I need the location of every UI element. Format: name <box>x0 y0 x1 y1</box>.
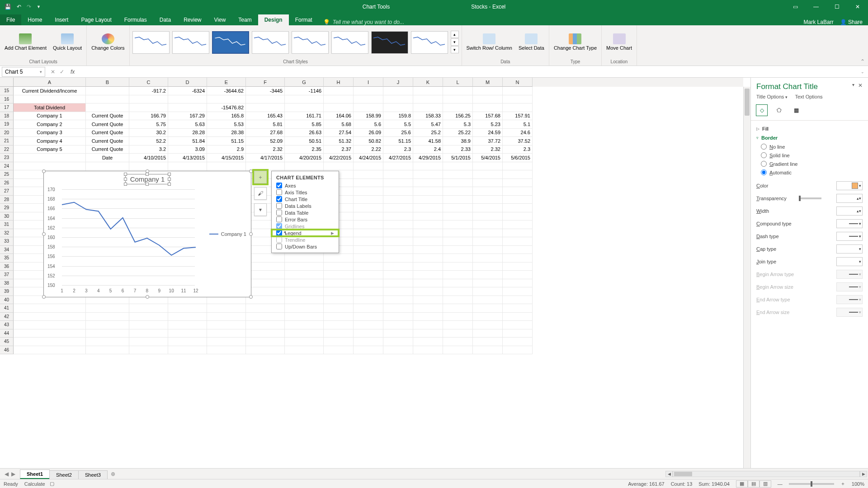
redo-icon[interactable]: ↷ <box>27 4 31 10</box>
cell-H18[interactable]: 164.06 <box>324 112 354 121</box>
cell-J40[interactable] <box>383 296 413 305</box>
cell-G17[interactable] <box>285 103 324 112</box>
column-header-C[interactable]: C <box>129 78 168 87</box>
row-header-26[interactable]: 26 <box>0 179 14 188</box>
user-name[interactable]: Mark LaBarr <box>804 19 834 25</box>
cell-K34[interactable] <box>413 246 443 254</box>
undo-icon[interactable]: ↶ <box>17 4 21 10</box>
column-header-K[interactable]: K <box>413 78 443 87</box>
row-header-20[interactable]: 20 <box>0 129 14 137</box>
cell-K39[interactable] <box>413 287 443 296</box>
name-box[interactable]: Chart 5▾ <box>2 67 45 77</box>
cell-G39[interactable] <box>285 287 324 296</box>
cell-L38[interactable] <box>443 279 473 288</box>
cell-L26[interactable] <box>443 179 473 188</box>
cell-F36[interactable] <box>246 263 285 271</box>
cell-I30[interactable] <box>354 212 383 221</box>
normal-view-icon[interactable]: ▦ <box>736 480 748 488</box>
cell-J16[interactable] <box>383 95 413 104</box>
cell-B20[interactable]: Current Quote <box>86 129 129 137</box>
cell-A44[interactable] <box>14 329 86 338</box>
cell-E18[interactable]: 165.8 <box>207 112 246 121</box>
cell-H45[interactable] <box>324 338 354 346</box>
column-header-D[interactable]: D <box>168 78 207 87</box>
cell-N31[interactable] <box>503 221 533 229</box>
cell-B23[interactable]: Date <box>86 154 129 162</box>
cell-I34[interactable] <box>354 246 383 254</box>
sheet-tab-sheet2[interactable]: Sheet2 <box>49 470 79 479</box>
cell-M31[interactable] <box>473 221 503 229</box>
cell-N20[interactable]: 24.6 <box>503 129 533 137</box>
cell-E45[interactable] <box>207 338 246 346</box>
chart-element-checkbox[interactable] <box>276 237 282 243</box>
sheet-nav-next-icon[interactable]: ▶ <box>11 471 15 477</box>
cell-N26[interactable] <box>503 179 533 188</box>
cell-B24[interactable] <box>86 162 129 171</box>
cell-D17[interactable] <box>168 103 207 112</box>
cell-M37[interactable] <box>473 271 503 279</box>
row-header-42[interactable]: 42 <box>0 313 14 321</box>
formula-input[interactable] <box>77 67 857 77</box>
cell-F19[interactable]: 5.81 <box>246 120 285 129</box>
change-chart-type-button[interactable]: Change Chart Type <box>552 33 599 52</box>
cell-F23[interactable]: 4/17/2015 <box>246 154 285 162</box>
cell-A41[interactable] <box>14 304 86 313</box>
cell-G45[interactable] <box>285 338 324 346</box>
cell-C24[interactable] <box>129 162 168 171</box>
cell-L45[interactable] <box>443 338 473 346</box>
cell-M15[interactable] <box>473 87 503 95</box>
cell-A16[interactable] <box>14 95 86 104</box>
cell-M28[interactable] <box>473 196 503 204</box>
cell-C16[interactable] <box>129 95 168 104</box>
cell-N33[interactable] <box>503 237 533 246</box>
cell-N23[interactable]: 5/6/2015 <box>503 154 533 162</box>
cell-J45[interactable] <box>383 338 413 346</box>
cell-A17[interactable]: Total Dividend <box>14 103 86 112</box>
cell-H39[interactable] <box>324 287 354 296</box>
ribbon-tab-design[interactable]: Design <box>258 14 289 25</box>
cell-B41[interactable] <box>86 304 129 313</box>
cell-J36[interactable] <box>383 263 413 271</box>
cell-F43[interactable] <box>246 321 285 329</box>
cell-K26[interactable] <box>413 179 443 188</box>
share-button[interactable]: 👤 Share <box>840 19 863 25</box>
cell-M30[interactable] <box>473 212 503 221</box>
cell-C41[interactable] <box>129 304 168 313</box>
cell-E23[interactable]: 4/15/2015 <box>207 154 246 162</box>
cell-J15[interactable] <box>383 87 413 95</box>
cell-M22[interactable]: 2.32 <box>473 145 503 154</box>
cell-J37[interactable] <box>383 271 413 279</box>
cell-K21[interactable]: 41.58 <box>413 137 443 145</box>
sheet-nav-prev-icon[interactable]: ◀ <box>5 471 9 477</box>
ribbon-tab-home[interactable]: Home <box>21 14 48 25</box>
cell-L23[interactable]: 5/1/2015 <box>443 154 473 162</box>
cell-H15[interactable] <box>324 87 354 95</box>
cell-M20[interactable]: 24.59 <box>473 129 503 137</box>
save-icon[interactable]: 💾 <box>5 4 11 10</box>
cell-K45[interactable] <box>413 338 443 346</box>
cell-I42[interactable] <box>354 313 383 321</box>
cell-I18[interactable]: 158.99 <box>354 112 383 121</box>
prop-join-type[interactable]: Join type▾ <box>756 255 863 268</box>
cell-G42[interactable] <box>285 313 324 321</box>
size-properties-tab-icon[interactable]: ▦ <box>791 105 802 116</box>
border-solid-line-radio[interactable]: Solid line <box>756 151 863 160</box>
cell-L44[interactable] <box>443 329 473 338</box>
add-chart-element-button[interactable]: Add Chart Element <box>3 33 48 52</box>
cell-M39[interactable] <box>473 287 503 296</box>
cell-L15[interactable] <box>443 87 473 95</box>
cell-L27[interactable] <box>443 187 473 196</box>
cell-E46[interactable] <box>207 346 246 355</box>
cell-N39[interactable] <box>503 287 533 296</box>
cell-J44[interactable] <box>383 329 413 338</box>
cell-M24[interactable] <box>473 162 503 171</box>
cell-H24[interactable] <box>324 162 354 171</box>
cell-D24[interactable] <box>168 162 207 171</box>
cell-N38[interactable] <box>503 279 533 288</box>
cell-E19[interactable]: 5.53 <box>207 120 246 129</box>
row-header-22[interactable]: 22 <box>0 145 14 154</box>
cell-L34[interactable] <box>443 246 473 254</box>
chart-element-data-labels[interactable]: Data Labels <box>274 202 337 209</box>
cell-I21[interactable]: 50.82 <box>354 137 383 145</box>
close-icon[interactable]: ✕ <box>847 0 868 14</box>
